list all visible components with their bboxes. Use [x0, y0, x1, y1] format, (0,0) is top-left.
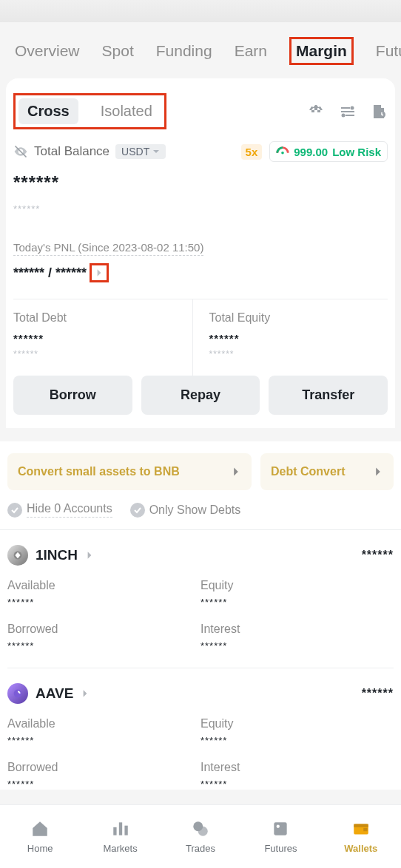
visibility-off-icon[interactable]	[13, 144, 28, 159]
tab-funding[interactable]: Funding	[156, 42, 212, 60]
equity-label: Equity	[200, 717, 394, 730]
interest-value: ******	[200, 640, 394, 651]
chevron-right-icon	[95, 268, 104, 277]
chevron-down-icon	[152, 148, 160, 155]
borrowed-value: ******	[7, 640, 200, 651]
debt-convert-button[interactable]: Debt Convert	[260, 453, 394, 490]
share-icon[interactable]	[308, 103, 326, 121]
total-balance-value: ******	[13, 172, 388, 193]
tab-isolated[interactable]: Isolated	[92, 98, 161, 124]
margin-card: Cross Isolated Total Balance USDT 5x 999…	[6, 78, 395, 428]
coin-icon	[7, 683, 28, 704]
chevron-right-icon	[373, 467, 383, 477]
chevron-right-icon	[81, 689, 90, 698]
asset-symbol: AAVE	[36, 685, 73, 702]
total-balance-label: Total Balance	[34, 144, 109, 159]
equity-value: ******	[200, 597, 394, 608]
svg-point-1	[342, 113, 346, 117]
action-buttons: Borrow Repay Transfer	[6, 376, 395, 428]
coin-icon	[7, 545, 28, 566]
total-equity-value: ******	[209, 332, 388, 345]
total-debt-label: Total Debt	[13, 311, 192, 325]
debt-convert-label: Debt Convert	[271, 465, 345, 478]
currency-value: USDT	[121, 146, 149, 157]
transfer-button[interactable]: Transfer	[269, 376, 388, 415]
risk-label: Low Risk	[332, 146, 381, 158]
nav-markets[interactable]: Markets	[80, 805, 160, 868]
equity-label: Equity	[200, 579, 394, 592]
home-icon	[30, 819, 50, 838]
wallet-icon	[351, 819, 371, 838]
trades-icon	[191, 819, 210, 838]
nav-home[interactable]: Home	[0, 805, 80, 868]
risk-indicator[interactable]: 999.00 Low Risk	[269, 141, 388, 162]
borrowed-label: Borrowed	[7, 761, 200, 774]
available-value: ******	[7, 597, 200, 608]
check-icon	[130, 503, 145, 518]
nav-wallets[interactable]: Wallets	[321, 805, 401, 868]
tab-cross[interactable]: Cross	[18, 98, 78, 124]
hide-zero-toggle[interactable]: Hide 0 Accounts	[7, 502, 112, 518]
tab-earn[interactable]: Earn	[235, 42, 267, 60]
only-debts-toggle[interactable]: Only Show Debts	[130, 503, 241, 518]
available-label: Available	[7, 717, 200, 730]
asset-filters: Hide 0 Accounts Only Show Debts	[0, 502, 401, 529]
asset-symbol: 1INCH	[36, 547, 78, 563]
tab-margin[interactable]: Margin	[289, 37, 354, 65]
asset-row[interactable]: AAVE ****** Available ****** Borrowed **…	[0, 668, 401, 790]
tab-overview[interactable]: Overview	[15, 42, 80, 60]
settings-icon[interactable]	[339, 103, 357, 121]
pnl-label[interactable]: Today's PNL (Since 2023-08-02 11:50)	[13, 241, 203, 256]
svg-point-12	[277, 825, 280, 828]
total-debt-value: ******	[13, 332, 192, 345]
pnl-row: ****** / ******	[13, 263, 388, 282]
markets-icon	[111, 819, 130, 838]
hide-zero-label: Hide 0 Accounts	[27, 502, 112, 518]
asset-amount: ******	[362, 687, 394, 700]
convert-small-assets-button[interactable]: Convert small assets to BNB	[7, 453, 252, 490]
pnl-details-button[interactable]	[90, 263, 109, 282]
svg-rect-8	[124, 826, 127, 835]
bottom-nav: Home Markets Trades Futures Wallets	[0, 804, 401, 868]
svg-point-5	[14, 690, 22, 698]
svg-point-0	[351, 106, 354, 109]
available-label: Available	[7, 579, 200, 592]
asset-row[interactable]: 1INCH ****** Available ****** Borrowed *…	[0, 529, 401, 668]
svg-point-10	[198, 827, 208, 836]
interest-label: Interest	[200, 623, 394, 636]
tab-futures[interactable]: Futu	[376, 42, 401, 60]
nav-label: Trades	[186, 843, 215, 854]
nav-label: Home	[27, 843, 53, 854]
repay-button[interactable]: Repay	[141, 376, 260, 415]
futures-icon	[271, 819, 290, 838]
history-icon[interactable]	[370, 103, 388, 121]
gauge-icon	[276, 145, 289, 158]
only-debts-label: Only Show Debts	[149, 503, 241, 517]
tab-spot[interactable]: Spot	[102, 42, 134, 60]
interest-label: Interest	[200, 761, 394, 774]
svg-point-3	[281, 152, 284, 155]
convert-row: Convert small assets to BNB Debt Convert	[0, 441, 401, 502]
chevron-right-icon	[85, 551, 94, 560]
nav-label: Markets	[103, 843, 137, 854]
nav-trades[interactable]: Trades	[161, 805, 240, 868]
currency-selector[interactable]: USDT	[115, 144, 166, 159]
wallet-category-tabs: Overview Spot Funding Earn Margin Futu	[0, 22, 401, 78]
svg-rect-14	[354, 824, 368, 827]
pnl-value: ****** / ******	[13, 265, 87, 281]
nav-label: Futures	[264, 843, 297, 854]
status-bar	[0, 0, 401, 22]
borrow-button[interactable]: Borrow	[13, 376, 132, 415]
interest-value: ******	[200, 779, 394, 790]
total-balance-fiat: ******	[13, 203, 388, 214]
risk-value: 999.00	[294, 146, 328, 158]
nav-futures[interactable]: Futures	[240, 805, 320, 868]
total-equity-label: Total Equity	[209, 311, 388, 325]
asset-amount: ******	[362, 549, 394, 562]
convert-bnb-label: Convert small assets to BNB	[18, 465, 180, 478]
leverage-badge[interactable]: 5x	[241, 144, 263, 160]
total-equity-fiat: ******	[209, 349, 388, 359]
svg-rect-11	[274, 822, 287, 835]
borrowed-value: ******	[7, 779, 200, 790]
chevron-right-icon	[231, 467, 241, 477]
